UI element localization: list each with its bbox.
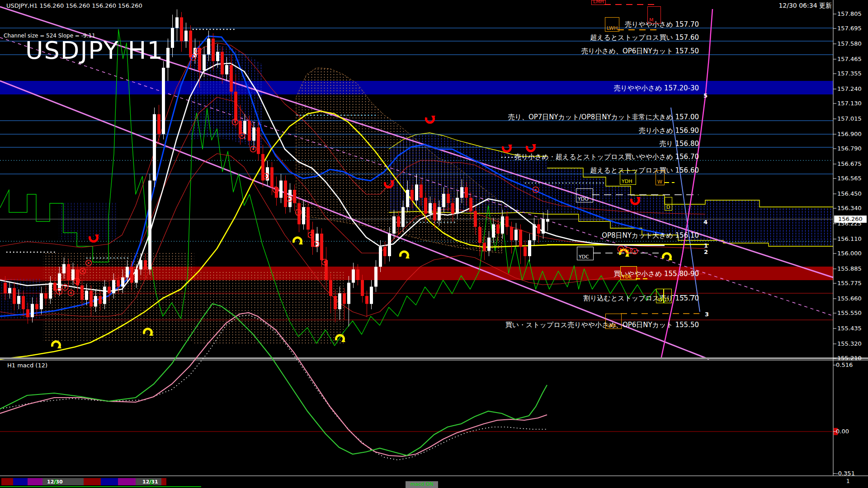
axis-tick-label: 155.775 [837,280,862,286]
candle [62,264,66,274]
candle [8,288,11,293]
axis-tick-label: 157.695 [837,25,862,32]
candle [492,224,495,237]
candle [80,285,84,300]
level-box-label: LWL [607,323,617,328]
macd-toggle-button[interactable]: macd ON [406,481,438,488]
candle [460,187,463,197]
candle [465,187,468,197]
candle [257,127,260,154]
price-annotation: 超えるとストップロス買い 157.60 [590,33,699,42]
level-box-lwh: LWH [605,17,619,32]
price-annotation: 売り、OP7日NYカット/OP8日NYカット非常に大きめ 157.00 [508,113,699,122]
axis-tick-label: 156.225 [837,220,862,227]
candle [365,296,368,304]
candle [505,216,509,227]
timeline-date[interactable]: 12/31 [142,479,158,485]
candle [293,190,296,203]
level-box-label: M [649,18,654,23]
candle [112,280,115,293]
candle [31,304,34,317]
axis-tick-label: 155.320 [837,340,862,347]
axis-tick-label: 156.790 [837,145,862,152]
session-segment [13,478,28,485]
axis-tick-label: 156.110 [837,235,862,242]
level-box-label: D [665,297,669,303]
candle [329,280,332,296]
axis-tick-label: 156.900 [837,131,862,137]
axis-tick-label: 157.130 [837,100,862,107]
candle [171,28,174,48]
price-annotation: 買い・ストップロス売りやや小さめ、OP6日NYカット 155.50 [505,321,699,329]
level-box-m: M [647,6,661,23]
candle [338,293,341,309]
candle [302,207,305,224]
wave-count-5: 5 [703,92,708,99]
candle [501,216,504,234]
axis-tick-label: 155.210 [837,355,862,361]
candle [53,283,57,291]
candle [451,203,454,213]
update-timestamp: 12/30 06:34 更新 [778,2,832,10]
candle [153,114,156,181]
candle [415,184,418,200]
candle [410,190,414,200]
candle [230,65,233,92]
session-segment [101,478,118,485]
level-box-ydo: YDO [576,188,593,202]
candle [383,247,387,256]
candle [424,198,427,214]
candle [139,260,142,270]
wave-count-1: 1 [704,242,708,249]
level-box-w: W [656,170,665,185]
candle [4,283,7,293]
candle [184,31,188,41]
candle [456,198,459,214]
candle [429,203,432,213]
level-box-lwl: LWL [605,314,622,329]
candle [347,283,350,304]
candle [496,224,500,234]
timeline-date[interactable]: 12/30 [47,479,63,485]
candle [537,224,540,234]
candle [546,219,549,222]
price-annotation: 売り小さめ 156.90 [639,127,699,135]
session-segment [1,478,13,485]
candle [144,260,147,270]
candle [117,280,120,287]
axis-tick-label: 157.355 [837,70,862,77]
candle [108,286,111,293]
candle [320,234,323,260]
candle [90,291,93,306]
candle [130,267,133,282]
level-box-label: D [666,205,670,210]
candle [297,203,301,224]
candle [316,234,319,247]
candle [216,52,219,61]
candle [478,227,481,243]
candle [284,181,287,207]
candle [175,17,179,28]
candle [401,207,405,227]
macd-axis-label: -0.351 [836,470,855,477]
candle [180,17,183,41]
candle [157,114,160,134]
session-segment [28,478,42,485]
chart-canvas[interactable] [0,0,868,488]
candle [135,269,138,282]
candle [528,240,531,256]
candle [433,203,436,220]
price-annotation: 売りやや小さめ 157.70 [625,20,699,29]
candle [392,216,396,234]
candle [17,296,20,304]
candle [126,267,129,277]
candle [514,230,518,240]
level-box-ydl: YDL [620,266,637,280]
candle [203,55,206,70]
candle [225,65,228,75]
candle [44,293,47,299]
candle [99,296,102,304]
candle [379,247,382,267]
price-annotation: OP8日NYカット大きめ 156.10 [602,231,699,240]
candle [370,286,373,304]
